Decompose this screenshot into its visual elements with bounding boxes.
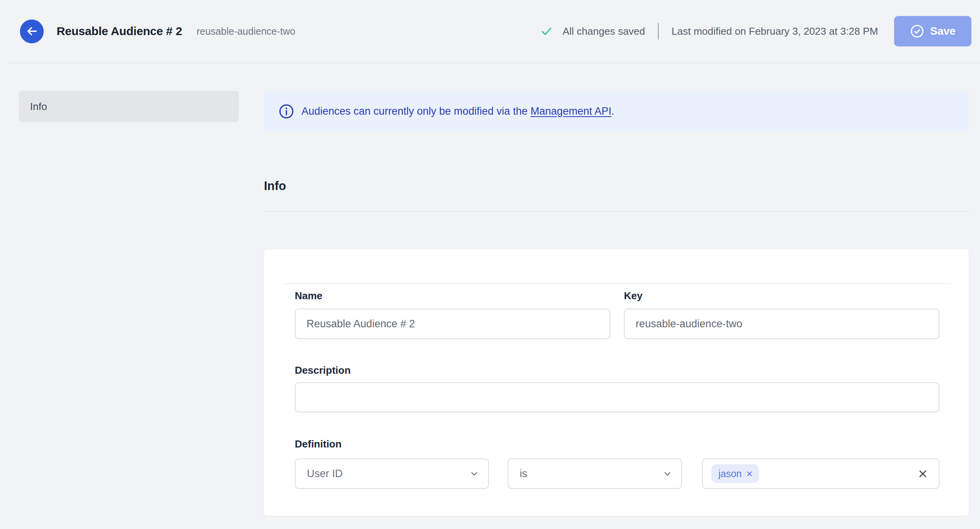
page-header: Reusable Audience # 2 reusable-audience-… (0, 0, 980, 62)
main-content: Audiences can currently only be modified… (264, 91, 969, 516)
section-rule (264, 211, 969, 212)
chevron-down-icon (469, 469, 479, 479)
check-icon (540, 25, 553, 38)
description-label: Description (295, 364, 351, 376)
chevron-down-icon (662, 469, 673, 479)
info-form-card: Name Key Description Definition User ID … (264, 249, 969, 516)
tag-remove-button[interactable] (745, 470, 754, 478)
header-divider (658, 23, 659, 39)
page-title: Reusable Audience # 2 (57, 25, 182, 38)
key-label: Key (624, 290, 643, 302)
page-slug: reusable-audience-two (196, 26, 295, 37)
save-button[interactable]: Save (894, 16, 971, 46)
banner-message-prefix: Audiences can currently only be modified… (301, 105, 531, 117)
key-input[interactable] (624, 309, 939, 339)
clear-values-button[interactable] (917, 468, 928, 479)
trait-select[interactable]: User ID (295, 458, 489, 489)
section-heading: Info (264, 179, 969, 193)
description-input[interactable] (295, 382, 939, 412)
value-tag-label: jason (718, 468, 742, 479)
header-rule (8, 62, 980, 63)
sidebar-item-info[interactable]: Info (19, 91, 239, 122)
sidebar: Info (19, 91, 239, 122)
name-input[interactable] (295, 309, 610, 339)
sidebar-item-label: Info (30, 101, 47, 113)
circle-check-icon (910, 24, 925, 39)
trait-select-value: User ID (307, 468, 343, 480)
arrow-left-icon (25, 25, 39, 38)
definition-values-input[interactable]: jason (702, 458, 939, 489)
operator-select-value: is (520, 468, 527, 480)
operator-select[interactable]: is (508, 458, 682, 489)
save-button-label: Save (930, 25, 955, 37)
form-top-rule (282, 283, 951, 284)
info-banner: Audiences can currently only be modified… (264, 91, 969, 131)
banner-message-suffix: . (611, 105, 615, 117)
save-status: All changes saved (540, 25, 645, 38)
banner-message: Audiences can currently only be modified… (301, 105, 614, 117)
name-label: Name (295, 290, 323, 302)
info-icon (278, 103, 294, 119)
clear-x-icon (917, 468, 928, 479)
last-modified-text: Last modified on February 3, 2023 at 3:2… (672, 25, 878, 37)
management-api-link[interactable]: Management API (531, 105, 611, 117)
value-tag: jason (711, 464, 759, 483)
back-button[interactable] (20, 20, 44, 43)
definition-label: Definition (295, 438, 342, 450)
save-status-text: All changes saved (563, 25, 645, 37)
tag-remove-x-icon (745, 470, 754, 478)
